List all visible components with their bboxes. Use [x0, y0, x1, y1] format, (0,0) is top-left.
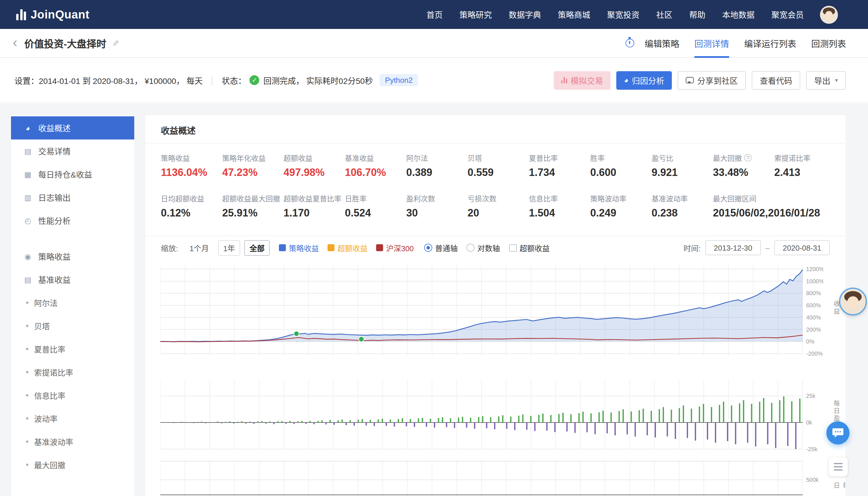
tab-backtest-list[interactable]: 回测列表 — [811, 29, 846, 57]
nav-item-membership[interactable]: 聚宽会员 — [771, 9, 804, 20]
axis-mode-radios: 普通轴 对数轴 — [424, 242, 500, 253]
cumulative-axis-title: 每日 — [832, 482, 846, 496]
bulb-icon: ◉ — [23, 252, 32, 261]
nav-item-strategy-research[interactable]: 策略研究 — [459, 9, 492, 20]
nav-item-help[interactable]: 帮助 — [689, 9, 705, 20]
sidebar-item-label: 性能分析 — [38, 215, 70, 226]
date-to-input[interactable] — [774, 240, 830, 255]
user-avatar[interactable] — [820, 5, 838, 24]
view-code-button[interactable]: 查看代码 — [752, 71, 800, 89]
cumulative-pnl-chart[interactable]: 500k — [160, 458, 823, 496]
section-list-button[interactable] — [828, 457, 848, 476]
chat-bubble-icon — [832, 428, 844, 438]
sidebar-item-sortino[interactable]: 索提诺比率 — [11, 360, 134, 384]
metric-cell: 超额收益497.98% — [284, 152, 345, 179]
sidebar-item-volatility[interactable]: 波动率 — [11, 407, 134, 430]
metric-cell-drawdown-range: 最大回撤区间2015/06/02,2016/01/28 — [713, 193, 820, 219]
metric-cell: 策略年化收益47.23% — [222, 152, 284, 179]
metric-cell-max-drawdown: 最大回撤?33.48% — [713, 152, 774, 179]
daily-pnl-chart[interactable]: 25k0k-25k — [160, 376, 823, 453]
metric-cell: 基准收益106.70% — [345, 152, 406, 179]
date-range-separator: – — [766, 243, 770, 252]
zoom-all-button[interactable]: 全部 — [244, 240, 270, 255]
assistant-avatar[interactable] — [839, 288, 867, 315]
svg-text:500k: 500k — [806, 477, 819, 483]
sidebar-item-alpha[interactable]: 阿尔法 — [11, 291, 134, 314]
logo-text: JoinQuant — [31, 8, 90, 21]
nav-item-strategy-mall[interactable]: 策略商城 — [558, 9, 590, 20]
svg-text:800%: 800% — [806, 290, 821, 296]
overview-panel: 收益概述 策略收益1136.04% 策略年化收益47.23% 超额收益497.9… — [145, 115, 846, 496]
sidebar-item-label: 波动率 — [34, 413, 58, 424]
svg-text:-200%: -200% — [806, 351, 823, 357]
sidebar-item-overview[interactable]: ◕ 收益概述 — [11, 116, 134, 139]
backtest-tabs: 编辑策略 回测详情 编译运行列表 回测列表 — [626, 29, 846, 57]
metric-cell: 策略波动率0.249 — [590, 193, 651, 219]
pie-chart-icon: ◕ — [23, 124, 32, 132]
excess-returns-checkbox[interactable]: 超额收益 — [509, 242, 550, 253]
grid-chart-icon: ▦ — [23, 170, 32, 179]
legend-csi300[interactable]: 沪深300 — [376, 242, 413, 253]
back-icon[interactable]: ‹ — [13, 35, 17, 49]
zoom-1year-button[interactable]: 1年 — [218, 240, 240, 255]
svg-text:600%: 600% — [806, 302, 821, 309]
svg-text:-25k: -25k — [806, 446, 818, 452]
radio-log-axis[interactable]: 对数轴 — [467, 242, 500, 253]
sidebar-item-trade-details[interactable]: ▤ 交易详情 — [11, 139, 134, 162]
radio-linear-axis[interactable]: 普通轴 — [424, 242, 458, 253]
export-button[interactable]: 导出 ▾ — [806, 71, 846, 89]
top-navbar: JoinQuant 首页 策略研究 数据字典 策略商城 聚宽投资 社区 帮助 本… — [0, 0, 868, 29]
sidebar-item-label: 交易详情 — [38, 145, 70, 157]
equity-curve-chart[interactable]: 1200%1000%800%600%400%200%0%-200% — [160, 261, 823, 359]
logo-bars-icon — [16, 9, 26, 20]
zoom-label: 缩放: — [161, 242, 178, 253]
nav-item-data-dictionary[interactable]: 数据字典 — [509, 9, 541, 20]
svg-text:1200%: 1200% — [806, 266, 823, 272]
share-to-community-button[interactable]: 分享到社区 — [678, 71, 746, 89]
chart-legend: 策略收益 超额收益 沪深300 — [279, 242, 413, 253]
sidebar-item-log-output[interactable]: ▥ 日志输出 — [11, 186, 134, 209]
sidebar-item-information-ratio[interactable]: 信息比率 — [11, 384, 134, 407]
sidebar-item-beta[interactable]: 贝塔 — [11, 314, 134, 337]
simulated-trading-button[interactable]: 模拟交易 — [553, 71, 611, 89]
sidebar-item-strategy-returns[interactable]: ◉ 策略收益 — [11, 245, 134, 268]
sidebar-item-max-drawdown[interactable]: 最大回撤 — [11, 453, 134, 476]
sidebar-item-benchmark-returns[interactable]: ▤ 基准收益 — [11, 268, 134, 291]
nav-item-community[interactable]: 社区 — [656, 9, 673, 20]
action-buttons: 模拟交易 ◕ 归因分析 分享到社区 查看代码 导出 ▾ — [553, 71, 846, 89]
help-icon[interactable]: ? — [744, 154, 752, 161]
settings-label: 设置： — [14, 74, 39, 86]
sidebar-item-daily-positions[interactable]: ▦ 每日持仓&收益 — [11, 162, 134, 186]
chat-support-button[interactable] — [826, 421, 850, 445]
nav-item-jq-invest[interactable]: 聚宽投资 — [607, 9, 640, 20]
tab-compile-run-list[interactable]: 编译运行列表 — [744, 29, 796, 57]
chart-controls: 缩放: 1个月 1年 全部 策略收益 超额收益 沪深300 普通轴 对数轴 超额… — [161, 239, 830, 257]
zoom-1month-button[interactable]: 1个月 — [184, 240, 214, 255]
attribution-analysis-button[interactable]: ◕ 归因分析 — [616, 71, 672, 89]
panel-heading: 收益概述 — [161, 124, 195, 136]
time-range-group: 时间: – — [683, 240, 830, 255]
sidebar-item-label: 信息比率 — [34, 389, 65, 401]
svg-text:1000%: 1000% — [806, 278, 823, 284]
sidebar-item-performance-analysis[interactable]: ◴ 性能分析 — [11, 209, 134, 232]
speech-bubble-icon — [686, 77, 694, 83]
tab-backtest-detail[interactable]: 回测详情 — [694, 29, 729, 57]
sidebar-item-benchmark-volatility[interactable]: 基准波动率 — [11, 430, 134, 453]
sidebar-item-label: 贝塔 — [34, 320, 50, 331]
date-from-input[interactable] — [705, 240, 761, 255]
legend-excess-returns[interactable]: 超额收益 — [328, 242, 367, 253]
joinquant-logo[interactable]: JoinQuant — [16, 8, 90, 21]
nav-item-local-data[interactable]: 本地数据 — [722, 9, 755, 20]
sidebar-item-label: 最大回撤 — [34, 459, 65, 470]
legend-swatch — [279, 244, 286, 251]
log-icon: ▥ — [23, 193, 32, 202]
main-nav: 首页 策略研究 数据字典 策略商城 聚宽投资 社区 帮助 本地数据 聚宽会员 — [426, 9, 804, 20]
export-label: 导出 — [814, 74, 831, 86]
timer-icon[interactable] — [626, 39, 634, 47]
tab-edit-strategy[interactable]: 编辑策略 — [645, 29, 679, 57]
sidebar-item-sharpe[interactable]: 夏普比率 — [11, 337, 134, 360]
legend-strategy-returns[interactable]: 策略收益 — [279, 242, 319, 253]
metric-cell: 胜率0.600 — [590, 152, 651, 179]
nav-item-home[interactable]: 首页 — [426, 9, 443, 20]
edit-title-icon[interactable]: ✎ — [112, 38, 119, 48]
